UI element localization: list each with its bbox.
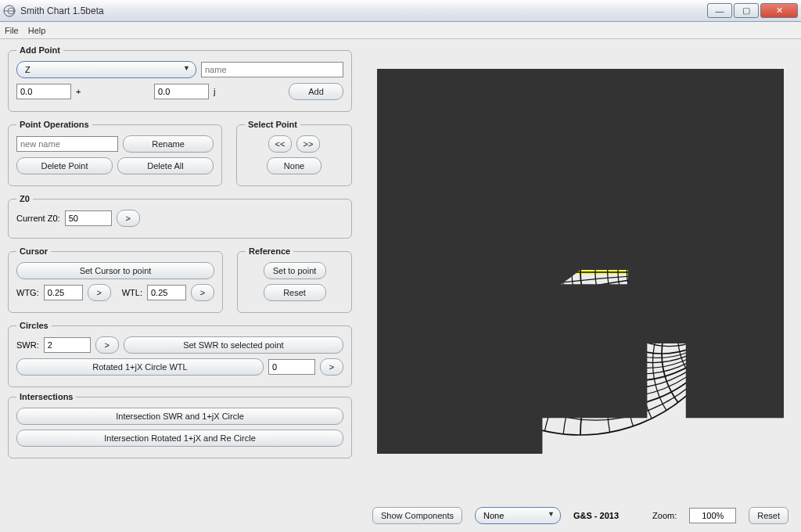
set-cursor-button[interactable]: Set Cursor to point	[16, 262, 214, 279]
point-ops-legend: Point Operations	[16, 120, 92, 129]
credit-label: G&S - 2013	[573, 511, 619, 520]
intersection-swr-1jx-button[interactable]: Intersection SWR and 1+jX Circle	[16, 408, 343, 425]
wtl-apply-button[interactable]: >	[191, 284, 214, 301]
intersection-rot-re-button[interactable]: Intersection Rotated 1+jX and Re Circle	[16, 430, 343, 447]
plus-label: +	[76, 87, 81, 96]
app-icon	[3, 5, 16, 17]
z0-legend: Z0	[16, 194, 33, 203]
j-label: j	[214, 87, 215, 96]
wtg-input[interactable]	[44, 285, 83, 300]
maximize-button[interactable]: ▢	[734, 3, 759, 18]
zoom-reset-button[interactable]: Reset	[749, 507, 788, 524]
menu-help[interactable]: Help	[28, 26, 46, 35]
wtl-input[interactable]	[147, 285, 186, 300]
intersections-group: Intersections Intersection SWR and 1+jX …	[8, 392, 352, 458]
zoom-label: Zoom:	[652, 511, 677, 520]
delete-point-button[interactable]: Delete Point	[16, 157, 113, 174]
wtg-apply-button[interactable]: >	[88, 284, 111, 301]
delete-all-button[interactable]: Delete All	[117, 157, 214, 174]
rotated-apply-button[interactable]: >	[320, 358, 343, 376]
component-select[interactable]: None	[475, 507, 561, 524]
ref-set-to-point-button[interactable]: Set to point	[264, 262, 326, 279]
rename-button[interactable]: Rename	[123, 135, 214, 153]
left-panel: Add Point Z + j Add Point	[0, 39, 360, 532]
wtg-label: WTG:	[16, 288, 39, 297]
reference-legend: Reference	[246, 246, 293, 256]
swr-label: SWR:	[16, 340, 39, 350]
zoom-input[interactable]	[689, 508, 736, 523]
set-swr-button[interactable]: Set SWR to selected point	[124, 336, 343, 354]
intersections-legend: Intersections	[16, 392, 76, 401]
rotated-circle-button[interactable]: Rotated 1+jX Circle WTL	[16, 358, 264, 376]
select-none-button[interactable]: None	[267, 157, 321, 174]
menu-bar: File Help	[0, 22, 801, 39]
z0-apply-button[interactable]: >	[117, 210, 140, 227]
z0-label: Current Z0:	[16, 214, 60, 223]
impedance-type-select[interactable]: Z	[16, 61, 196, 78]
title-bar: Smith Chart 1.5beta — ▢ ✕	[0, 0, 801, 22]
z0-group: Z0 Current Z0: >	[8, 194, 352, 239]
wtl-label: WTL:	[122, 288, 142, 297]
rotated-wtl-input[interactable]	[268, 359, 315, 375]
circles-group: Circles SWR: > Set SWR to selected point…	[8, 321, 352, 387]
prev-point-button[interactable]: <<	[268, 135, 292, 153]
ref-reset-button[interactable]: Reset	[264, 284, 326, 301]
right-panel: 0.00.20.51.02.05.00.51.02.0-0.5-1.0-2.00…	[360, 39, 801, 532]
point-operations-group: Point Operations Rename Delete Point Del…	[8, 120, 222, 186]
select-point-group: Select Point << >> None	[236, 120, 352, 186]
circles-legend: Circles	[16, 321, 52, 330]
minimize-button[interactable]: —	[707, 3, 732, 18]
next-point-button[interactable]: >>	[296, 135, 320, 153]
imag-part-input[interactable]	[154, 84, 209, 99]
add-point-legend: Add Point	[16, 45, 63, 55]
bottom-toolbar: Show Components None G&S - 2013 Zoom: Re…	[360, 507, 801, 524]
close-button[interactable]: ✕	[760, 3, 798, 18]
show-components-button[interactable]: Show Components	[372, 507, 462, 524]
smith-chart: 0.00.20.51.02.05.00.51.02.0-0.5-1.0-2.00…	[360, 44, 801, 501]
swr-apply-button[interactable]: >	[95, 336, 119, 354]
menu-file[interactable]: File	[5, 26, 19, 35]
select-point-legend: Select Point	[245, 120, 300, 129]
cursor-group: Cursor Set Cursor to point WTG: > WTL: >	[8, 246, 223, 313]
add-point-group: Add Point Z + j Add	[8, 45, 352, 112]
svg-text:0.0: 0.0	[377, 69, 784, 476]
cursor-legend: Cursor	[16, 246, 51, 256]
new-name-input[interactable]	[16, 136, 118, 152]
add-button[interactable]: Add	[289, 83, 343, 100]
point-name-input[interactable]	[201, 62, 343, 77]
real-part-input[interactable]	[16, 84, 71, 99]
smith-chart-svg: 0.00.20.51.02.05.00.51.02.0-0.5-1.0-2.00…	[377, 69, 784, 476]
z0-input[interactable]	[65, 210, 112, 226]
window-title: Smith Chart 1.5beta	[20, 5, 706, 16]
swr-input[interactable]	[44, 337, 91, 353]
reference-group: Reference Set to point Reset	[237, 246, 352, 313]
